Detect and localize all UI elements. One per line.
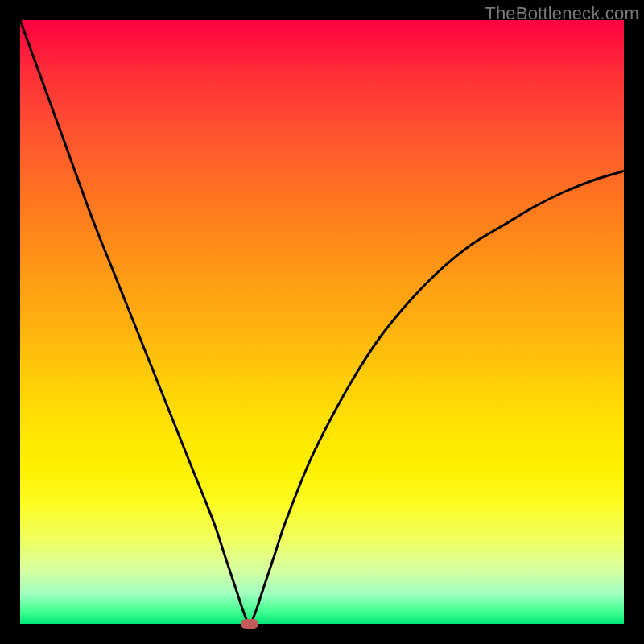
chart-frame: TheBottleneck.com <box>0 0 644 644</box>
plot-gradient-background <box>20 20 624 624</box>
optimum-marker <box>241 619 258 629</box>
watermark-text: TheBottleneck.com <box>485 3 639 24</box>
